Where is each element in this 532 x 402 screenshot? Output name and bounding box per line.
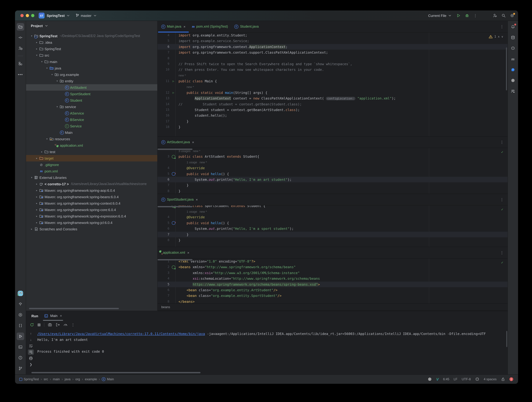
tree-item-main[interactable]: ▾main xyxy=(26,58,157,65)
line-number[interactable]: 9 xyxy=(158,61,171,67)
more-tools-icon[interactable]: ••• xyxy=(17,71,24,78)
close-icon[interactable]: × xyxy=(60,314,62,318)
thread-dump-button[interactable] xyxy=(56,323,60,327)
close-icon[interactable]: × xyxy=(192,140,194,144)
more-actions-button[interactable]: ⋮ xyxy=(474,13,477,18)
line-number[interactable]: 4 xyxy=(158,32,171,38)
profiler-button[interactable] xyxy=(63,323,68,327)
brackets-tool-icon[interactable] xyxy=(17,322,24,329)
run-more-button[interactable]: ⋮ xyxy=(71,322,75,327)
editor-horizontal-scrollbar[interactable] xyxy=(158,148,192,150)
run-tool-icon[interactable] xyxy=(17,333,24,340)
line-number[interactable]: 13 xyxy=(158,96,171,101)
tree-item-maven-org-springframework-spring-aop-6-0-4[interactable]: ▸Maven: org.springframework:spring-aop:6… xyxy=(26,187,157,194)
caret-position[interactable]: 6:45 xyxy=(443,377,449,381)
tree-item-aservice[interactable]: CAService xyxy=(26,110,157,116)
tab-options-button[interactable]: ⋮ xyxy=(496,140,507,144)
v-plugin-icon[interactable]: V xyxy=(436,377,439,381)
tree-item-java[interactable]: ▾java xyxy=(26,65,157,71)
minimize-window-button[interactable] xyxy=(26,14,29,17)
tree-horizontal-scrollbar[interactable] xyxy=(29,308,119,309)
encoding-indicator[interactable]: UTF-8 xyxy=(462,377,471,381)
line-number[interactable]: 8 xyxy=(158,188,171,194)
tab-pom-xml-springtest[interactable]: mpom.xml (SpringTest) xyxy=(189,21,231,32)
close-icon[interactable]: × xyxy=(196,198,198,202)
run-gutter-icon[interactable]: ▷ xyxy=(171,78,176,84)
line-number[interactable]: 10 xyxy=(158,67,171,73)
line-number[interactable]: 7 xyxy=(158,293,171,299)
code-editor[interactable]: public class SportStudent extends Studen… xyxy=(158,205,507,247)
breadcrumb-item-org[interactable]: org xyxy=(75,377,80,381)
breadcrumb-item-src[interactable]: src xyxy=(44,377,48,381)
tree-expand-icon[interactable]: ▸ xyxy=(35,41,39,44)
tree-item-maven-org-springframework-spring-core-6-0-4[interactable]: ▸Maven: org.springframework:spring-core:… xyxy=(26,206,157,213)
tree-item-entity[interactable]: ▾entity xyxy=(26,78,157,84)
console-output[interactable]: /Users/eve/Library/Java/JavaVirtualMachi… xyxy=(36,329,507,374)
editor-horizontal-scrollbar[interactable] xyxy=(158,259,192,260)
line-number[interactable]: 6 xyxy=(158,177,171,182)
tree-item-scratches-and-consoles[interactable]: ▸Scratches and Consoles xyxy=(26,226,157,232)
breadcrumb-item-main[interactable]: CMain xyxy=(102,377,114,381)
tree-expand-icon[interactable]: ▾ xyxy=(50,73,54,76)
tree-expand-icon[interactable]: ▾ xyxy=(35,54,39,56)
next-occurrence-button[interactable]: ↓ xyxy=(28,337,34,342)
inlay-hint[interactable]: 1 usage new * xyxy=(178,161,207,164)
prev-occurrence-button[interactable]: ↑ xyxy=(28,331,34,336)
services-icon[interactable] xyxy=(17,311,24,319)
tree-item-src[interactable]: ▾src xyxy=(26,52,157,58)
line-number[interactable]: 3 xyxy=(158,154,171,160)
expand-console-button[interactable]: ❯ xyxy=(28,362,34,367)
tab-student-java[interactable]: CStudent.java xyxy=(231,21,262,32)
line-number[interactable]: 4 xyxy=(158,165,171,171)
line-number[interactable]: 7 xyxy=(158,232,171,237)
tree-item-artstudent[interactable]: CArtStudent xyxy=(26,84,157,91)
structure-icon[interactable] xyxy=(17,60,24,67)
breadcrumb-item-springtest[interactable]: SpringTest xyxy=(19,377,39,381)
line-number[interactable]: 8 xyxy=(158,299,171,303)
ai-assistant-icon[interactable] xyxy=(509,44,517,52)
inspection-ok-icon[interactable]: ✓ xyxy=(501,206,503,212)
tree-item-test[interactable]: ▸test xyxy=(26,148,157,155)
tree-item-corretto-17[interactable]: ▸< corretto-17 >/Users/eve/Library/Java/… xyxy=(26,181,157,187)
build-icon[interactable] xyxy=(17,300,24,308)
version-control-icon[interactable] xyxy=(17,365,24,372)
settings-button[interactable] xyxy=(510,13,514,18)
tree-expand-icon[interactable]: ▸ xyxy=(35,202,39,205)
openai-icon[interactable] xyxy=(509,77,517,84)
screenshot-button[interactable] xyxy=(48,323,52,327)
tree-item-target[interactable]: ▸target xyxy=(26,155,157,161)
line-number[interactable]: 2 xyxy=(158,264,171,270)
tree-item-maven-org-springframework-spring-context-6-0-4[interactable]: ▸Maven: org.springframework:spring-conte… xyxy=(26,200,157,206)
tree-item-maven-org-springframework-spring-jcl-6-0-4[interactable]: ▸Maven: org.springframework:spring-jcl:6… xyxy=(26,219,157,226)
project-panel-title[interactable]: Project xyxy=(31,24,43,28)
tree-item-bservice[interactable]: CBService xyxy=(26,116,157,123)
tree-expand-icon[interactable]: ▸ xyxy=(35,189,39,192)
print-button[interactable] xyxy=(28,356,34,361)
inspection-ok-icon[interactable]: ✓ xyxy=(501,260,503,265)
search-everywhere-button[interactable] xyxy=(501,13,506,18)
tab-main-java[interactable]: CMain.java× xyxy=(158,21,189,32)
bean-gutter-icon[interactable] xyxy=(171,265,176,269)
zoom-window-button[interactable] xyxy=(31,14,34,17)
tab-options-button[interactable]: ⋮ xyxy=(496,25,507,29)
tree-expand-icon[interactable]: ▾ xyxy=(45,138,49,140)
lock-icon[interactable] xyxy=(501,377,505,381)
close-icon[interactable]: × xyxy=(187,251,189,255)
line-number[interactable]: 6 xyxy=(158,226,171,232)
line-number[interactable]: 15 xyxy=(158,107,171,113)
run-gutter-icon[interactable]: ▷ xyxy=(171,90,176,96)
tree-expand-icon[interactable]: ▸ xyxy=(30,228,34,230)
line-number[interactable]: 16 xyxy=(158,113,171,118)
debug-button[interactable] xyxy=(465,13,469,18)
inspection-widget[interactable]: 1∧∨ xyxy=(488,34,503,40)
line-number[interactable]: 7 xyxy=(158,49,171,55)
line-separator-indicator[interactable]: LF xyxy=(454,377,457,381)
inlay-hint[interactable]: new * xyxy=(178,74,186,77)
soft-wrap-button[interactable] xyxy=(28,343,34,349)
indent-indicator[interactable]: 4 spaces xyxy=(484,377,497,381)
tree-item-idea[interactable]: ▸.idea xyxy=(26,39,157,46)
line-number[interactable]: 8 xyxy=(158,55,171,61)
breadcrumb-item-main[interactable]: main xyxy=(53,377,60,381)
tree-expand-icon[interactable]: ▸ xyxy=(35,196,39,198)
rerun-button[interactable] xyxy=(30,323,34,327)
